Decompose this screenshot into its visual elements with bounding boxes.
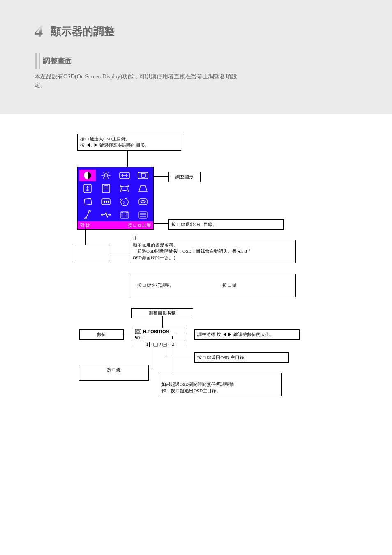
svg-rect-37 (154, 343, 158, 346)
callout-proceed: 按 □ 鍵進行調整。 按 □ 鍵 (130, 274, 296, 297)
callout-selected-name: 調整圖形名稱 (75, 245, 110, 261)
degauss-icon[interactable]: ? (116, 196, 133, 207)
svg-point-26 (89, 210, 90, 212)
page-title-cn: 顯示器的調整 (51, 24, 115, 39)
return-main-label: 按 □ 鍵返回OSD 主目錄。 (197, 355, 249, 360)
trapezoid-icon[interactable] (135, 183, 151, 194)
connector-line (166, 348, 166, 357)
connector-line (154, 348, 154, 371)
svg-line-8 (103, 177, 104, 178)
connector-line (127, 150, 128, 167)
press-two-label: 按 □ 鍵 (82, 367, 146, 373)
hint-key-2: 2 (171, 342, 176, 347)
osd-sub-title-row: H.POSITION (134, 328, 187, 335)
intro-line-1: 本產品設有OSD(On Screen Display)功能，可以讓使用者直接在螢… (35, 73, 357, 81)
osd-icon-grid: ? (78, 167, 153, 221)
intro-line-2: 定。 (35, 81, 357, 89)
hint-key-1: 1 (145, 342, 150, 347)
connector-line (173, 348, 173, 373)
contrast-icon[interactable] (79, 170, 96, 181)
header-title-row: 4 顯示器的調整 (35, 21, 357, 41)
osd-sub-menu: H.POSITION 50 1 : / : 2 (134, 328, 187, 348)
osd-bottom-bar: 對 比 按 □ 回上層 (78, 221, 153, 229)
v-position-icon[interactable] (98, 183, 114, 194)
menu-items-label: 調整圖形 (175, 174, 194, 179)
svg-point-1 (104, 174, 108, 177)
recall-icon[interactable] (116, 209, 133, 221)
top-instr-line2: 按 ◀ / ▶ 鍵選擇想要調整的圖形。 (80, 142, 178, 148)
connector-line (187, 334, 194, 334)
svg-line-6 (103, 173, 104, 173)
tilt-icon[interactable] (135, 196, 151, 207)
exit-small-icon (162, 343, 167, 347)
callout-top-instructions: 按 □ 鍵進入OSD主目錄。 按 ◀ / ▶ 鍵選擇想要調整的圖形。 (77, 134, 181, 151)
h-size-icon[interactable] (116, 170, 133, 181)
connector-line (166, 357, 194, 357)
h-position-icon[interactable] (135, 170, 151, 181)
screen-small-icon (153, 343, 158, 347)
callout-selected-name-note: 顯示被選的圖形名稱。 （超過OSD關閉時間後，OSD主目錄會自動消失。參見5.3… (130, 240, 296, 263)
svg-rect-17 (104, 186, 108, 189)
connector-line (124, 334, 134, 334)
svg-rect-13 (141, 173, 145, 177)
svg-point-21 (108, 201, 109, 203)
osd-sub-hint-row: 1 : / : 2 (134, 341, 187, 348)
panel-number: 4 (35, 21, 43, 41)
svg-line-24 (86, 211, 89, 219)
svg-rect-28 (121, 212, 128, 217)
connector-line (85, 227, 86, 245)
colon-1: : (151, 342, 152, 347)
sub-name-label: 調整圖形名稱 (149, 311, 176, 315)
note-line3: OSD滯留時間一節。） (133, 255, 293, 261)
callout-return-main: 按 □ 鍵返回OSD 主目錄。 (194, 352, 289, 363)
callout-timeout-note: 如果超過OSD關閉時間無任何調整動 作，按 □ 鍵退出OSD主目錄。 (159, 373, 282, 396)
svg-line-9 (108, 173, 109, 173)
svg-text:?: ? (123, 200, 125, 205)
language-icon[interactable] (135, 209, 151, 221)
svg-point-25 (85, 218, 86, 219)
pinstripe-icon (35, 53, 40, 69)
colon-2: : (168, 342, 170, 347)
v-size-icon[interactable] (79, 183, 96, 194)
osd-sub-name: H.POSITION (143, 329, 169, 334)
rotation-icon[interactable] (79, 196, 96, 207)
osd-sub-value-row: 50 (134, 335, 187, 341)
top-instr-line1: 按 □ 鍵進入OSD主目錄。 (80, 136, 178, 142)
parallelogram-icon[interactable] (79, 209, 96, 221)
slash: / (159, 342, 161, 347)
osd-main-menu: ? 對 比 按 □ 回上層 (77, 167, 154, 230)
subheading-text: 調整畫面 (43, 56, 72, 66)
proceed-label: 按 □ 鍵進行調整。 按 □ 鍵 (137, 283, 237, 288)
connector-line (154, 176, 168, 177)
osd-sub-value: 50 (135, 335, 144, 340)
moire-icon[interactable] (98, 209, 114, 221)
callout-scroll-adjust: 調整游標 按 ◀ ▶ 鍵調整數值的大小。 (194, 329, 300, 340)
exit-label: 按 □ 鍵退出OSD目錄。 (171, 222, 217, 227)
svg-rect-36 (137, 330, 139, 333)
h-position-small-icon (135, 329, 141, 334)
brightness-icon[interactable] (98, 170, 114, 181)
value-label: 數值 (97, 332, 106, 337)
connector-line (154, 223, 168, 224)
svg-point-19 (104, 201, 105, 203)
note-line1: 顯示被選的圖形名稱。 (133, 242, 293, 248)
callout-press-two: 按 □ 鍵 (79, 365, 149, 381)
page-header: 4 顯示器的調整 調整畫面 本產品設有OSD(On Screen Display… (0, 0, 392, 114)
callout-value: 數值 (79, 329, 124, 340)
callout-exit: 按 □ 鍵退出OSD目錄。 (168, 219, 284, 230)
scroll-adjust-label: 調整游標 按 ◀ ▶ 鍵調整數值的大小。 (197, 332, 274, 337)
osd-back-hint: 按 □ 回上層 (128, 222, 151, 228)
note-line2: （超過OSD關閉時間後，OSD主目錄會自動消失。參見5.3「 (133, 248, 293, 254)
subheading: 調整畫面 (35, 53, 357, 69)
svg-point-20 (106, 201, 107, 203)
pincushion-icon[interactable] (116, 183, 133, 194)
osd-sub-scrollbar[interactable] (144, 336, 173, 339)
color-icon[interactable] (98, 196, 114, 207)
connector-line (110, 253, 130, 253)
svg-line-7 (108, 177, 109, 178)
connector-line (162, 316, 163, 328)
connector-line (174, 334, 175, 334)
callout-menu-items: 調整圖形 (168, 172, 201, 182)
timeout-note: 如果超過OSD關閉時間無任何調整動 作，按 □ 鍵退出OSD主目錄。 (161, 382, 234, 393)
diagram-area: 按 □ 鍵進入OSD主目錄。 按 ◀ / ▶ 鍵選擇想要調整的圖形。 (0, 131, 392, 541)
